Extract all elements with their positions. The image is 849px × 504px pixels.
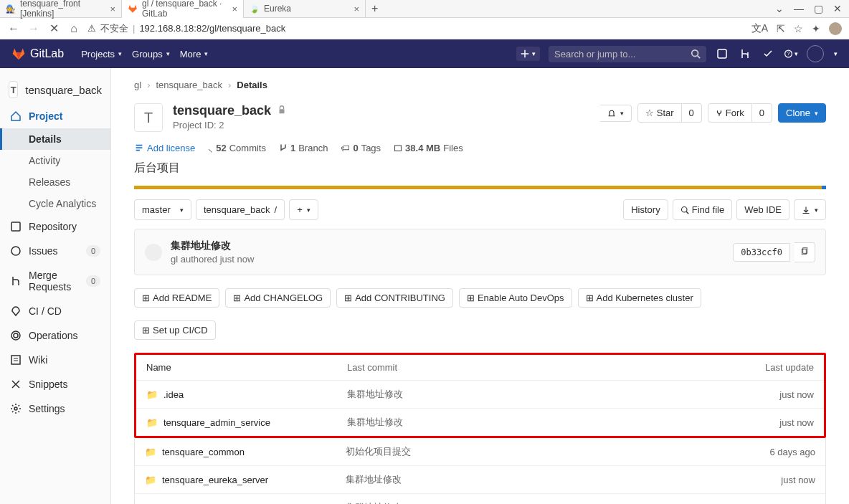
fork-button[interactable]: Fork — [708, 103, 752, 123]
download-button[interactable]: ▾ — [794, 199, 826, 220]
extensions-icon[interactable]: ✦ — [812, 23, 820, 34]
close-window-icon[interactable]: ✕ — [833, 3, 842, 14]
project-meta: Add license ⸜ 52 Commits 1 Branch 🏷 0 Ta… — [134, 142, 826, 153]
project-id: Project ID: 2 — [173, 120, 287, 130]
merge-requests-icon[interactable] — [738, 47, 752, 61]
browser-tab-gitlab[interactable]: gl / tensquare_back · GitLab × — [122, 0, 244, 18]
history-button[interactable]: History — [623, 199, 668, 220]
breadcrumb-project[interactable]: tensquare_back — [156, 80, 222, 90]
tree-row[interactable]: 📁tensquare_admin_service 集群地址修改 just now — [136, 409, 824, 436]
todos-icon[interactable] — [761, 47, 775, 61]
commits-stat[interactable]: ⸜ 52 Commits — [208, 142, 266, 153]
lock-icon — [277, 103, 287, 118]
new-tab-button[interactable]: + — [366, 2, 384, 15]
sidebar-item-merge-requests[interactable]: Merge Requests 0 — [0, 263, 110, 299]
search-field[interactable] — [549, 46, 706, 62]
help-icon[interactable]: ?▾ — [784, 47, 798, 61]
sidebar-item-operations[interactable]: Operations — [0, 323, 110, 348]
browser-tabs-bar: 🧑‍🔧 tensquare_front [Jenkins] × gl / ten… — [0, 0, 849, 18]
stop-icon[interactable]: ✕ — [47, 22, 60, 35]
url-field[interactable]: ⚠ 不安全 | 192.168.8.18:82/gl/tensquare_bac… — [87, 22, 744, 35]
setup-cicd-button[interactable]: ⊞ Set up CI/CD — [134, 320, 216, 340]
url-text: 192.168.8.18:82/gl/tensquare_back — [139, 23, 285, 34]
browser-profile-avatar[interactable] — [829, 22, 842, 35]
web-ide-button[interactable]: Web IDE — [736, 199, 789, 220]
address-bar: ← → ✕ ⌂ ⚠ 不安全 | 192.168.8.18:82/gl/tensq… — [0, 18, 849, 39]
maximize-icon[interactable]: ▢ — [814, 3, 823, 14]
menu-more[interactable]: More▾ — [180, 49, 209, 60]
add-k8s-button[interactable]: ⊞ Add Kubernetes cluster — [578, 288, 701, 308]
sidebar-item-project[interactable]: Project — [0, 104, 110, 128]
star-count[interactable]: 0 — [682, 103, 702, 123]
menu-groups[interactable]: Groups▾ — [132, 49, 170, 60]
tab-title: gl / tensquare_back · GitLab — [142, 0, 227, 19]
book-icon — [10, 221, 22, 232]
sidebar-sub-details[interactable]: Details — [0, 128, 110, 150]
issues-count: 0 — [86, 245, 100, 257]
browser-tab-eureka[interactable]: 🍃 Eureka × — [244, 0, 366, 18]
close-icon[interactable]: × — [354, 4, 359, 14]
security-label: 不安全 — [100, 22, 128, 35]
sidebar-item-repository[interactable]: Repository — [0, 214, 110, 239]
copy-sha-button[interactable] — [795, 242, 815, 262]
issues-icon[interactable] — [715, 47, 729, 61]
new-button[interactable]: ▾ — [516, 47, 540, 61]
sidebar-item-snippets[interactable]: Snippets — [0, 372, 110, 396]
chevron-down-icon[interactable]: ⌄ — [775, 3, 784, 14]
path-display[interactable]: tensquare_back / — [196, 199, 285, 220]
sidebar-sub-releases[interactable]: Releases — [0, 171, 110, 193]
back-icon[interactable]: ← — [7, 22, 20, 35]
breadcrumb-root[interactable]: gl — [134, 80, 141, 90]
sidebar-project-header[interactable]: T tensquare_back — [0, 75, 110, 104]
share-icon[interactable]: ⇱ — [777, 23, 785, 34]
commit-sha[interactable]: 0b33ccf0 — [733, 243, 790, 262]
add-contributing-button[interactable]: ⊞ Add CONTRIBUTING — [336, 288, 453, 308]
breadcrumb: gl › tensquare_back › Details — [134, 80, 826, 90]
tree-row[interactable]: 📁tensquare_common 初始化项目提交 6 days ago — [135, 438, 825, 466]
translate-icon[interactable]: 文A — [751, 22, 768, 35]
home-icon[interactable]: ⌂ — [67, 22, 80, 35]
sidebar-sub-cycle-analytics[interactable]: Cycle Analytics — [0, 193, 110, 214]
tree-row[interactable]: 📁tensquare_gathering 集群地址修改 just now — [135, 494, 825, 504]
notification-button[interactable]: ▾ — [600, 105, 632, 122]
clone-button[interactable]: Clone ▾ — [778, 103, 826, 123]
minimize-icon[interactable]: — — [794, 3, 804, 14]
folder-icon: 📁 — [145, 475, 156, 485]
sidebar-item-issues[interactable]: Issues 0 — [0, 239, 110, 263]
issue-icon — [10, 245, 22, 257]
add-changelog-button[interactable]: ⊞ Add CHANGELOG — [225, 288, 331, 308]
search-input[interactable] — [554, 49, 691, 60]
close-icon[interactable]: × — [110, 4, 115, 14]
fork-count[interactable]: 0 — [752, 103, 772, 123]
forward-icon[interactable]: → — [27, 22, 40, 35]
svg-point-7 — [11, 331, 20, 340]
close-icon[interactable]: × — [232, 4, 237, 14]
gitlab-logo[interactable]: GitLab — [11, 47, 64, 61]
add-file-button[interactable]: + ▾ — [289, 199, 318, 220]
menu-projects[interactable]: Projects▾ — [81, 49, 122, 60]
sidebar-item-cicd[interactable]: CI / CD — [0, 299, 110, 323]
add-license-link[interactable]: Add license — [134, 143, 195, 153]
commit-author-avatar[interactable] — [145, 244, 162, 261]
tree-row[interactable]: 📁tensquare_eureka_server 集群地址修改 just now — [135, 466, 825, 494]
enable-autodevops-button[interactable]: ⊞ Enable Auto DevOps — [459, 288, 572, 308]
commit-message[interactable]: 集群地址修改 — [171, 239, 254, 252]
user-menu[interactable] — [807, 45, 824, 62]
files-stat[interactable]: 38.4 MB Files — [394, 143, 463, 153]
breadcrumb-current: Details — [237, 80, 267, 90]
browser-tab-jenkins[interactable]: 🧑‍🔧 tensquare_front [Jenkins] × — [0, 0, 122, 18]
tags-stat[interactable]: 🏷 0 Tags — [341, 143, 381, 153]
branches-stat[interactable]: 1 Branch — [279, 143, 328, 153]
branch-select[interactable]: master▾ — [134, 199, 191, 220]
sidebar-sub-activity[interactable]: Activity — [0, 150, 110, 171]
star-button[interactable]: ☆ Star — [637, 103, 682, 123]
tree-row[interactable]: 📁.idea 集群地址修改 just now — [136, 381, 824, 409]
add-readme-button[interactable]: ⊞ Add README — [134, 288, 219, 308]
sidebar-item-settings[interactable]: Settings — [0, 396, 110, 421]
folder-icon: 📁 — [146, 389, 158, 400]
gear-icon — [10, 403, 22, 414]
bookmark-icon[interactable]: ☆ — [794, 23, 803, 34]
find-file-button[interactable]: Find file — [673, 199, 733, 220]
sidebar-item-wiki[interactable]: Wiki — [0, 348, 110, 372]
operations-icon — [10, 330, 22, 341]
